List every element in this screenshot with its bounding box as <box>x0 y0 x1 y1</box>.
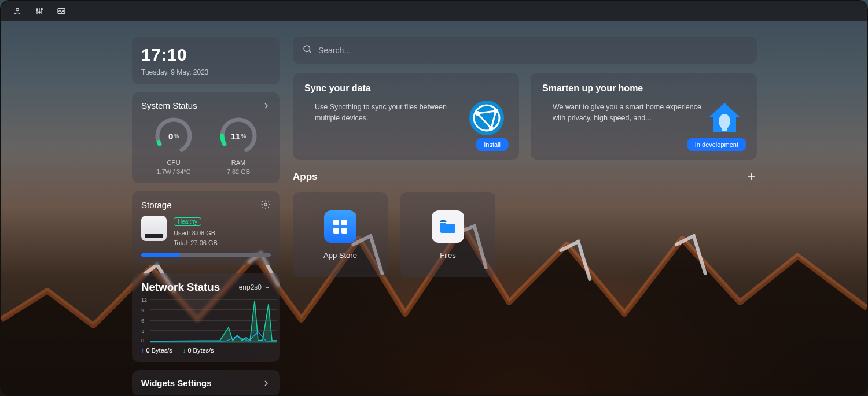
storage-bar <box>141 253 271 257</box>
svg-rect-24 <box>341 220 347 225</box>
network-up: ↑ 0 Bytes/s <box>141 347 172 354</box>
search-bar[interactable] <box>293 37 757 64</box>
disk-icon <box>141 216 167 241</box>
svg-point-9 <box>264 203 267 206</box>
chevron-down-icon <box>264 284 271 291</box>
home-assistant-icon <box>706 99 743 136</box>
chevron-right-icon <box>262 101 271 110</box>
svg-point-3 <box>41 8 43 10</box>
clock-date: Tuesday, 9 May, 2023 <box>141 68 271 76</box>
storage-widget: Storage Healthy Used: 8.08 GB Total: 27.… <box>132 191 280 265</box>
system-status-widget[interactable]: System Status 0% CPU 1.7W / 34°C <box>132 92 280 183</box>
storage-total: Total: 27.06 GB <box>174 238 218 248</box>
svg-point-15 <box>304 46 310 52</box>
user-icon[interactable] <box>13 6 22 16</box>
syncthing-icon <box>468 99 505 136</box>
network-chart: 12 9 6 3 0 <box>141 298 271 343</box>
promo-body: Use Syncthing to sync your files between… <box>315 102 465 124</box>
promo-title: Smarten up your home <box>542 83 745 94</box>
top-bar <box>1 1 867 21</box>
clock-widget: 17:10 Tuesday, 9 May, 2023 <box>132 37 280 84</box>
apps-title: Apps <box>293 171 318 183</box>
storage-health-badge: Healthy <box>174 217 201 226</box>
search-icon <box>302 44 312 57</box>
svg-point-0 <box>16 8 19 11</box>
network-down: ↓ 0 Bytes/s <box>183 347 214 354</box>
add-app-button[interactable] <box>746 172 757 182</box>
system-status-title: System Status <box>141 101 197 110</box>
svg-rect-23 <box>333 220 339 225</box>
gallery-icon[interactable] <box>57 6 66 16</box>
app-tile-app-store[interactable]: App Store <box>293 192 388 277</box>
storage-used: Used: 8.08 GB <box>174 228 218 238</box>
svg-rect-25 <box>333 228 339 234</box>
promo-title: Sync your data <box>304 83 507 94</box>
network-iface-select[interactable]: enp2s0 <box>239 283 271 291</box>
install-button[interactable]: Install <box>476 138 509 151</box>
promo-home: Smarten up your home We want to give you… <box>531 73 757 160</box>
svg-point-1 <box>36 9 38 11</box>
chevron-right-icon <box>262 379 271 388</box>
search-input[interactable] <box>318 46 748 55</box>
promo-sync: Sync your data Use Syncthing to sync you… <box>293 73 519 160</box>
app-label: App Store <box>323 251 357 260</box>
svg-point-21 <box>719 114 730 129</box>
cpu-gauge: 0% CPU 1.7W / 34°C <box>153 115 194 175</box>
clock-time: 17:10 <box>141 45 271 65</box>
svg-point-2 <box>39 12 41 13</box>
in-development-button[interactable]: In development <box>687 138 746 151</box>
files-icon <box>432 210 464 243</box>
network-title: Network Status <box>141 281 220 294</box>
gear-icon[interactable] <box>260 199 271 210</box>
network-widget: Network Status enp2s0 12 9 6 3 0 <box>132 273 280 362</box>
svg-rect-26 <box>341 228 347 234</box>
app-tile-files[interactable]: Files <box>400 192 495 277</box>
widgets-settings-button[interactable]: Widgets Settings <box>132 370 280 396</box>
promo-body: We want to give you a smart home experie… <box>553 102 703 124</box>
svg-rect-22 <box>722 127 727 131</box>
app-label: Files <box>440 251 455 260</box>
storage-title: Storage <box>141 200 172 210</box>
ram-gauge: 11% RAM 7.62 GB <box>218 115 259 175</box>
app-store-icon <box>324 210 356 243</box>
sliders-icon[interactable] <box>35 6 44 16</box>
